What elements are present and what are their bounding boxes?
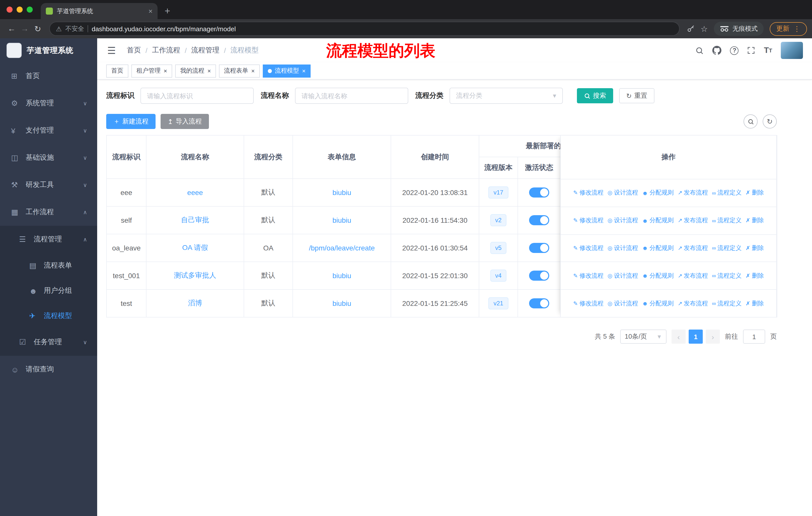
page-size-select[interactable]: 10条/页 ▼ xyxy=(620,330,667,344)
font-size-icon[interactable]: TT xyxy=(764,46,772,55)
window-close-button[interactable] xyxy=(6,6,12,12)
sidebar-item-8[interactable]: ☻用户分组 xyxy=(0,278,97,303)
incognito-badge[interactable]: 无痕模式 xyxy=(714,22,764,36)
action-publish-link[interactable]: ↗发布流程 xyxy=(677,216,708,225)
filter-id-input[interactable] xyxy=(141,88,254,104)
view-tag-2[interactable]: 我的流程× xyxy=(175,64,216,77)
sidebar-item-0[interactable]: ⊞首页 xyxy=(0,62,97,90)
view-tag-0[interactable]: 首页 xyxy=(106,64,128,77)
back-icon[interactable]: ← xyxy=(5,24,18,33)
action-delete-link[interactable]: ✗删除 xyxy=(746,299,764,308)
action-edit-link[interactable]: ✎修改流程 xyxy=(573,244,603,252)
active-status-toggle[interactable] xyxy=(529,298,549,308)
action-publish-link[interactable]: ↗发布流程 xyxy=(677,299,708,308)
bookmark-star-icon[interactable]: ☆ xyxy=(700,24,708,33)
view-tag-4[interactable]: 流程模型× xyxy=(263,64,311,77)
action-edit-link[interactable]: ✎修改流程 xyxy=(573,216,603,225)
view-tag-1[interactable]: 租户管理× xyxy=(132,64,172,77)
process-name-link[interactable]: 自己审批 xyxy=(181,216,209,224)
sidebar-item-7[interactable]: ▤流程表单 xyxy=(0,253,97,278)
action-delete-link[interactable]: ✗删除 xyxy=(746,189,764,197)
password-key-icon[interactable] xyxy=(687,25,694,33)
sidebar-item-5[interactable]: ▦工作流程∧ xyxy=(0,198,97,226)
sidebar-item-10[interactable]: ☑任务管理∨ xyxy=(0,329,97,356)
goto-page-input[interactable] xyxy=(743,330,765,344)
filter-category-select[interactable]: 流程分类 ▼ xyxy=(450,88,563,104)
action-assign-link[interactable]: ☻分配规则 xyxy=(642,244,673,252)
filter-name-input[interactable] xyxy=(295,88,408,104)
current-page-button[interactable]: 1 xyxy=(689,330,703,344)
sidebar-item-2[interactable]: ¥支付管理∨ xyxy=(0,117,97,144)
tab-close-icon[interactable]: × xyxy=(148,7,152,15)
sidebar-item-9[interactable]: ✈流程模型 xyxy=(0,303,97,329)
action-definition-link[interactable]: ∞流程定义 xyxy=(712,299,742,308)
window-minimize-button[interactable] xyxy=(17,6,23,12)
tag-close-icon[interactable]: × xyxy=(302,68,306,74)
version-badge[interactable]: v5 xyxy=(490,242,506,254)
sidebar-collapse-icon[interactable]: ☰ xyxy=(103,45,120,56)
action-definition-link[interactable]: ∞流程定义 xyxy=(712,244,742,252)
window-zoom-button[interactable] xyxy=(27,6,33,12)
sidebar-item-3[interactable]: ◫基础设施∨ xyxy=(0,144,97,171)
sidebar-item-11[interactable]: ☺请假查询 xyxy=(0,356,97,383)
sidebar-logo[interactable]: 芋道管理系统 xyxy=(0,38,97,62)
sidebar-item-1[interactable]: ⚙系统管理∨ xyxy=(0,90,97,117)
breadcrumb-item[interactable]: 首页 xyxy=(127,46,141,55)
fullscreen-icon[interactable] xyxy=(747,46,755,54)
action-delete-link[interactable]: ✗删除 xyxy=(746,244,764,252)
search-icon[interactable] xyxy=(695,46,704,55)
action-design-link[interactable]: ◎设计流程 xyxy=(608,216,638,225)
sidebar-item-4[interactable]: ⚒研发工具∨ xyxy=(0,171,97,198)
sidebar-item-6[interactable]: ☰流程管理∧ xyxy=(0,226,97,253)
browser-menu-icon[interactable]: ⋮ xyxy=(793,25,801,33)
new-tab-button[interactable]: + xyxy=(165,5,170,17)
browser-tab[interactable]: 芋道管理系统 × xyxy=(41,3,157,19)
create-process-button[interactable]: ＋ 新建流程 xyxy=(106,114,155,129)
action-definition-link[interactable]: ∞流程定义 xyxy=(712,216,742,225)
version-badge[interactable]: v21 xyxy=(489,297,509,309)
version-badge[interactable]: v17 xyxy=(489,186,509,198)
refresh-table-button[interactable]: ↻ xyxy=(763,114,777,129)
form-info-link[interactable]: /bpm/oa/leave/create xyxy=(309,244,375,252)
tag-close-icon[interactable]: × xyxy=(207,68,211,74)
action-design-link[interactable]: ◎设计流程 xyxy=(608,244,638,252)
action-delete-link[interactable]: ✗删除 xyxy=(746,272,764,280)
active-status-toggle[interactable] xyxy=(529,187,549,197)
version-badge[interactable]: v4 xyxy=(490,270,506,282)
toggle-search-button[interactable] xyxy=(744,114,758,129)
action-edit-link[interactable]: ✎修改流程 xyxy=(573,189,603,197)
action-assign-link[interactable]: ☻分配规则 xyxy=(642,272,673,280)
action-edit-link[interactable]: ✎修改流程 xyxy=(573,299,603,308)
tag-close-icon[interactable]: × xyxy=(164,68,167,74)
reset-button[interactable]: ↻ 重置 xyxy=(619,88,655,103)
browser-update-button[interactable]: 更新 ⋮ xyxy=(770,22,807,35)
action-delete-link[interactable]: ✗删除 xyxy=(746,216,764,225)
process-name-link[interactable]: OA 请假 xyxy=(182,243,208,251)
action-assign-link[interactable]: ☻分配规则 xyxy=(642,189,673,197)
form-info-link[interactable]: biubiu xyxy=(332,188,351,196)
view-tag-3[interactable]: 流程表单× xyxy=(219,64,260,77)
breadcrumb-item[interactable]: 工作流程 xyxy=(152,46,180,55)
help-icon[interactable]: ? xyxy=(730,46,739,55)
active-status-toggle[interactable] xyxy=(529,271,549,281)
action-definition-link[interactable]: ∞流程定义 xyxy=(712,189,742,197)
next-page-button[interactable]: › xyxy=(706,330,720,344)
user-avatar[interactable] xyxy=(781,42,803,59)
form-info-link[interactable]: biubiu xyxy=(332,272,351,280)
github-icon[interactable] xyxy=(713,46,722,55)
forward-icon[interactable]: → xyxy=(18,24,31,33)
address-bar[interactable]: ⚠ 不安全 dashboard.yudao.iocoder.cn/bpm/man… xyxy=(49,22,679,36)
breadcrumb-item[interactable]: 流程管理 xyxy=(191,46,220,55)
action-assign-link[interactable]: ☻分配规则 xyxy=(642,299,673,308)
process-name-link[interactable]: eeee xyxy=(187,188,203,196)
prev-page-button[interactable]: ‹ xyxy=(671,330,686,344)
action-design-link[interactable]: ◎设计流程 xyxy=(608,272,638,280)
action-design-link[interactable]: ◎设计流程 xyxy=(608,189,638,197)
search-button[interactable]: 搜索 xyxy=(577,88,613,103)
action-publish-link[interactable]: ↗发布流程 xyxy=(677,189,708,197)
action-edit-link[interactable]: ✎修改流程 xyxy=(573,272,603,280)
action-definition-link[interactable]: ∞流程定义 xyxy=(712,272,742,280)
action-design-link[interactable]: ◎设计流程 xyxy=(608,299,638,308)
action-publish-link[interactable]: ↗发布流程 xyxy=(677,244,708,252)
active-status-toggle[interactable] xyxy=(529,243,549,253)
